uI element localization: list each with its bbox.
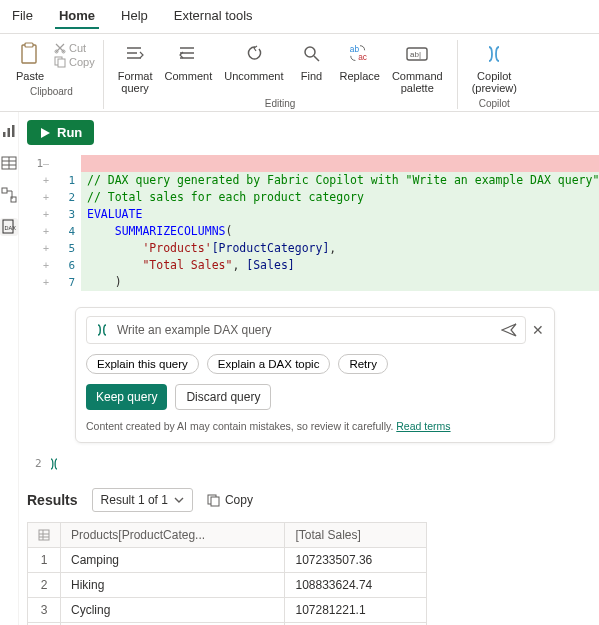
cut-icon: [54, 42, 66, 54]
find-icon: [300, 42, 324, 66]
svg-rect-15: [2, 188, 7, 193]
results-copy-button[interactable]: Copy: [207, 493, 253, 507]
ribbon-divider-2: [457, 40, 458, 109]
nav-table-icon[interactable]: [0, 154, 18, 172]
main: DAX Run 1 —+++++++ 1 2 3 4 5 6 7: [0, 112, 599, 625]
copilot-input[interactable]: [117, 323, 493, 337]
nav-report-icon[interactable]: [0, 122, 18, 140]
table-corner: [28, 523, 61, 548]
code-lines[interactable]: // DAX query generated by Fabric Copilot…: [81, 155, 599, 291]
svg-text:ab|: ab|: [410, 50, 421, 59]
chip-explain-topic[interactable]: Explain a DAX topic: [207, 354, 331, 374]
cut-button[interactable]: Cut: [54, 42, 95, 54]
nav-model-icon[interactable]: [0, 186, 18, 204]
palette-icon: ab|: [405, 42, 429, 66]
ribbon-group-copilot: Copilot (preview) Copilot: [466, 40, 523, 109]
format-query-button[interactable]: Format query: [112, 40, 159, 96]
results-dropdown[interactable]: Result 1 of 1: [92, 488, 193, 512]
discard-query-button[interactable]: Discard query: [175, 384, 271, 410]
results-header: Results Result 1 of 1 Copy: [27, 488, 599, 512]
copilot-close-button[interactable]: ✕: [532, 322, 544, 338]
copy-icon: [54, 56, 66, 68]
svg-rect-5: [58, 59, 65, 67]
table-row: 1Camping107233507.36: [28, 548, 427, 573]
chip-explain-query[interactable]: Explain this query: [86, 354, 199, 374]
replace-label: Replace: [340, 70, 380, 82]
menu-help[interactable]: Help: [117, 4, 152, 29]
code-line[interactable]: // Total sales for each product category: [81, 189, 599, 206]
svg-rect-20: [211, 497, 219, 506]
results-section: Results Result 1 of 1 Copy Products[Prod…: [27, 488, 599, 625]
menubar: File Home Help External tools: [0, 0, 599, 34]
format-label: Format query: [118, 70, 153, 94]
uncomment-icon: [242, 42, 266, 66]
nav-dax-icon[interactable]: DAX: [0, 218, 18, 236]
play-icon: [39, 127, 51, 139]
comment-button[interactable]: Comment: [159, 40, 219, 84]
content: Run 1 —+++++++ 1 2 3 4 5 6 7 // DAX: [19, 112, 599, 625]
find-button[interactable]: Find: [290, 40, 334, 84]
replace-button[interactable]: abac Replace: [334, 40, 386, 84]
clipboard-group-label: Clipboard: [30, 86, 73, 97]
table-row: 3Cycling107281221.1: [28, 598, 427, 623]
uncomment-label: Uncomment: [224, 70, 283, 82]
svg-rect-11: [3, 132, 6, 137]
copilot-line-icon[interactable]: [48, 458, 60, 470]
results-table: Products[ProductCateg... [Total Sales] 1…: [27, 522, 427, 625]
col-header[interactable]: [Total Sales]: [285, 523, 427, 548]
read-terms-link[interactable]: Read terms: [396, 420, 450, 432]
code-line[interactable]: SUMMARIZECOLUMNS(: [81, 223, 599, 240]
copy-button[interactable]: Copy: [54, 56, 95, 68]
find-label: Find: [301, 70, 322, 82]
replace-icon: abac: [348, 42, 372, 66]
comment-label: Comment: [165, 70, 213, 82]
svg-rect-1: [25, 43, 33, 47]
copilot-input-row: [86, 316, 526, 344]
copilot-panel: ✕ Explain this query Explain a DAX topic…: [75, 307, 555, 443]
code-line[interactable]: 'Products'[ProductCategory],: [81, 240, 599, 257]
keep-query-button[interactable]: Keep query: [86, 384, 167, 410]
code-line[interactable]: // DAX query generated by Fabric Copilot…: [81, 172, 599, 189]
editor-outer-gutter: 1: [27, 155, 43, 291]
action-row: Keep query Discard query: [86, 384, 544, 410]
paste-label: Paste: [16, 70, 44, 82]
run-button[interactable]: Run: [27, 120, 94, 145]
palette-label: Command palette: [392, 70, 443, 94]
svg-text:DAX: DAX: [5, 225, 17, 231]
ribbon-divider: [103, 40, 104, 109]
comment-icon: [176, 42, 200, 66]
ribbon-group-clipboard: Paste Cut Copy Clipboard: [8, 40, 95, 109]
copy-icon: [207, 494, 220, 507]
menu-external-tools[interactable]: External tools: [170, 4, 257, 29]
svg-rect-13: [12, 125, 15, 137]
send-icon[interactable]: [501, 322, 517, 338]
copy-label: Copy: [69, 56, 95, 68]
menu-home[interactable]: Home: [55, 4, 99, 29]
copilot-group-label: Copilot: [479, 98, 510, 109]
cut-label: Cut: [69, 42, 86, 54]
copilot-icon: [482, 42, 506, 66]
code-line[interactable]: ): [81, 274, 599, 291]
editor-line2: 2: [35, 457, 599, 470]
editor-gutter: 1 2 3 4 5 6 7: [55, 155, 81, 291]
copilot-button[interactable]: Copilot (preview): [466, 40, 523, 96]
paste-button[interactable]: Paste: [8, 40, 52, 84]
run-label: Run: [57, 125, 82, 140]
col-header[interactable]: Products[ProductCateg...: [61, 523, 285, 548]
chip-retry[interactable]: Retry: [338, 354, 387, 374]
svg-rect-21: [39, 530, 49, 540]
svg-rect-0: [22, 45, 36, 63]
left-nav: DAX: [0, 112, 19, 625]
uncomment-button[interactable]: Uncomment: [218, 40, 289, 84]
command-palette-button[interactable]: ab| Command palette: [386, 40, 449, 96]
code-line[interactable]: "Total Sales", [Sales]: [81, 257, 599, 274]
copilot-disclaimer: Content created by AI may contain mistak…: [86, 420, 544, 432]
chevron-down-icon: [174, 495, 184, 505]
code-line[interactable]: EVALUATE: [81, 206, 599, 223]
format-icon: [123, 42, 147, 66]
copilot-label: Copilot (preview): [472, 70, 517, 94]
paste-icon: [18, 42, 42, 66]
editor: 1 —+++++++ 1 2 3 4 5 6 7 // DAX query ge…: [27, 155, 599, 291]
menu-file[interactable]: File: [8, 4, 37, 29]
editor-fold-col: —+++++++: [43, 155, 55, 291]
